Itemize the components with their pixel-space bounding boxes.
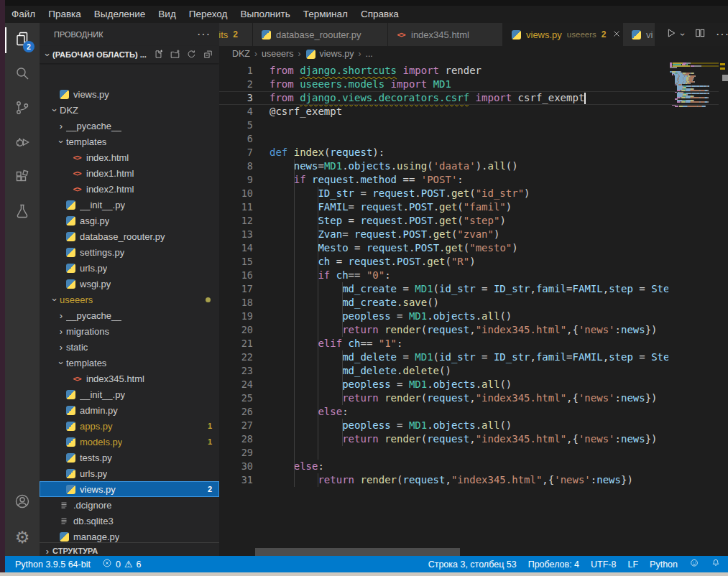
- code-line-7[interactable]: 7def index(request):: [219, 146, 668, 159]
- status-python-version[interactable]: Python 3.9.5 64-bit: [15, 559, 91, 570]
- code-line-22[interactable]: 22 md_delete = MD1(id_str = ID_str,famil…: [219, 350, 668, 364]
- code-line-16[interactable]: 16 if ch== "0":: [219, 269, 668, 282]
- explorer-more-actions-icon[interactable]: ···: [197, 28, 211, 41]
- tab-vi[interactable]: vi: [623, 23, 655, 46]
- code-line-5[interactable]: 5: [219, 119, 668, 132]
- code-line-12[interactable]: 12 Step = request.POST.get("step"): [219, 214, 668, 228]
- code-editor[interactable]: 1from django.shortcuts import render2fro…: [219, 62, 668, 548]
- code-line-26[interactable]: 26 else:: [219, 405, 668, 419]
- tree-folder-useeers[interactable]: ›useeers: [40, 292, 219, 307]
- code-line-1[interactable]: 1from django.shortcuts import render: [219, 64, 668, 78]
- tree-file--init-py[interactable]: __init__.py: [40, 197, 219, 213]
- tab-database-roouter-py[interactable]: database_roouter.py: [253, 23, 388, 46]
- tree-file-index-html[interactable]: <>index.html: [40, 149, 219, 165]
- menu-item-3[interactable]: Вид: [152, 6, 182, 23]
- status-feedback[interactable]: [689, 558, 699, 570]
- tree-file-tests-py[interactable]: tests.py: [40, 450, 219, 465]
- tree-folder-templates[interactable]: ›templates: [40, 134, 219, 149]
- menu-item-4[interactable]: Переход: [183, 6, 234, 23]
- tree-folder-dkz[interactable]: ›DKZ: [40, 102, 219, 118]
- code-line-31[interactable]: 31 return render(request,"index345.html"…: [219, 473, 668, 487]
- tree-file-asgi-py[interactable]: asgi.py: [40, 213, 219, 228]
- refresh-icon[interactable]: [186, 49, 197, 61]
- breadcrumb-item-1[interactable]: useeers: [262, 49, 293, 59]
- menu-item-5[interactable]: Выполнить: [234, 6, 296, 23]
- tree-file-models-py[interactable]: models.py1: [40, 434, 219, 450]
- menu-item-6[interactable]: Терминал: [297, 6, 354, 23]
- tree-file-settings-py[interactable]: settings.py: [40, 244, 219, 260]
- new-folder-icon[interactable]: [170, 49, 180, 61]
- code-line-27[interactable]: 27 peopless = MD1.objects.all(): [219, 419, 668, 432]
- new-file-icon[interactable]: [153, 49, 164, 61]
- tree-file-views-py[interactable]: views.py2: [40, 481, 219, 497]
- tree-file-urls-py[interactable]: urls.py: [40, 260, 219, 276]
- menu-item-0[interactable]: Файл: [5, 6, 42, 23]
- status-problems[interactable]: 0⚠6: [102, 558, 142, 570]
- tree-folder-templates[interactable]: ›templates: [40, 355, 219, 371]
- activity-account[interactable]: [5, 486, 40, 520]
- code-line-4[interactable]: 4@csrf_exempt: [219, 105, 668, 119]
- collapse-all-icon[interactable]: [203, 49, 213, 61]
- workspace-section-header[interactable]: › (РАБОЧАЯ ОБЛАСТЬ) ...: [40, 46, 219, 63]
- tree-folder-migrations[interactable]: ›migrations: [40, 323, 219, 339]
- tree-file-apps-py[interactable]: apps.py1: [40, 418, 219, 434]
- tree-file-database-roouter-py[interactable]: database_roouter.py: [40, 228, 219, 244]
- tree-file-views-py[interactable]: views.py: [40, 86, 219, 102]
- code-line-9[interactable]: 9 if request.method == 'POST':: [219, 173, 668, 187]
- tree-file-admin-py[interactable]: admin.py: [40, 402, 219, 418]
- tree-file--dcignore[interactable]: .dcignore: [40, 497, 219, 513]
- activity-explorer[interactable]: 2: [5, 23, 40, 57]
- tree-file-wsgi-py[interactable]: wsgi.py: [40, 276, 219, 292]
- code-line-11[interactable]: 11 FAMIL= request.POST.get("famil"): [219, 200, 668, 214]
- code-line-8[interactable]: 8 news=MD1.objects.using('daata').all(): [219, 159, 668, 173]
- code-line-29[interactable]: 29: [219, 446, 668, 460]
- code-line-6[interactable]: 6: [219, 132, 668, 146]
- status-language-mode[interactable]: Python: [650, 559, 678, 570]
- code-line-28[interactable]: 28 return render(request,"index345.html"…: [219, 432, 668, 446]
- tree-file-db-sqlite3[interactable]: db.sqlite3: [40, 513, 219, 529]
- code-line-10[interactable]: 10 ID_str = request.POST.get("id_str"): [219, 187, 668, 200]
- menu-item-1[interactable]: Правка: [42, 6, 88, 23]
- breadcrumb-item-2[interactable]: views.py: [319, 49, 354, 59]
- status-eol[interactable]: LF: [627, 559, 638, 570]
- tree-folder-static[interactable]: ›static: [40, 339, 219, 355]
- tree-folder--pycache-[interactable]: ›__pycache__: [40, 307, 219, 323]
- activity-testing[interactable]: [5, 195, 40, 230]
- close-icon[interactable]: [612, 29, 621, 40]
- code-line-3[interactable]: 3from django.views.decorators.csrf impor…: [219, 91, 668, 105]
- horizontal-scrollbar[interactable]: [255, 548, 460, 556]
- activity-source-control[interactable]: [5, 92, 40, 126]
- breadcrumb-item-0[interactable]: DKZ: [232, 49, 250, 59]
- code-line-24[interactable]: 24 peopless = MD1.objects.all(): [219, 378, 668, 391]
- code-line-21[interactable]: 21 elif ch== "1":: [219, 337, 668, 350]
- activity-settings[interactable]: ⚙: [5, 520, 40, 554]
- tree-folder--pycache-[interactable]: ›__pycache__: [40, 118, 219, 134]
- chevron-down-icon[interactable]: ›: [678, 33, 688, 36]
- breadcrumb-item-3[interactable]: ...: [365, 49, 372, 59]
- tree-file-index1-html[interactable]: <>index1.html: [40, 165, 219, 181]
- run-icon[interactable]: [665, 27, 677, 42]
- tab-index345-html[interactable]: <>index345.html: [388, 23, 503, 46]
- code-line-23[interactable]: 23 md_delete.delete(): [219, 364, 668, 378]
- code-line-17[interactable]: 17 md_create = MD1(id_str = ID_str,famil…: [219, 282, 668, 296]
- tab-diiits[interactable]: diiits2: [219, 23, 253, 46]
- tree-file--init-py[interactable]: __init__.py: [40, 386, 219, 402]
- status-indentation[interactable]: Пробелов: 4: [528, 559, 579, 570]
- tree-file-urls-py[interactable]: urls.py: [40, 465, 219, 481]
- minimap[interactable]: [670, 62, 719, 107]
- code-line-14[interactable]: 14 Mesto = request.POST.get("mesto"): [219, 241, 668, 255]
- menu-item-7[interactable]: Справка: [354, 6, 405, 23]
- activity-run-debug[interactable]: [5, 126, 40, 161]
- status-encoding[interactable]: UTF-8: [591, 559, 616, 570]
- code-line-30[interactable]: 30 else:: [219, 460, 668, 473]
- code-line-18[interactable]: 18 md_create.save(): [219, 296, 668, 310]
- code-line-2[interactable]: 2from useeers.models import MD1: [219, 78, 668, 91]
- code-line-15[interactable]: 15 ch = request.POST.get("R"): [219, 255, 668, 269]
- tree-file-index2-html[interactable]: <>index2.html: [40, 181, 219, 197]
- code-line-13[interactable]: 13 Zvan= request.POST.get("zvan"): [219, 228, 668, 241]
- code-line-19[interactable]: 19 peopless = MD1.objects.all(): [219, 310, 668, 323]
- status-notifications[interactable]: [711, 558, 721, 570]
- activity-search[interactable]: [5, 57, 40, 92]
- status-cursor-position[interactable]: Строка 3, столбец 53: [428, 559, 517, 570]
- outline-section-header[interactable]: › СТРУКТУРА: [40, 542, 219, 556]
